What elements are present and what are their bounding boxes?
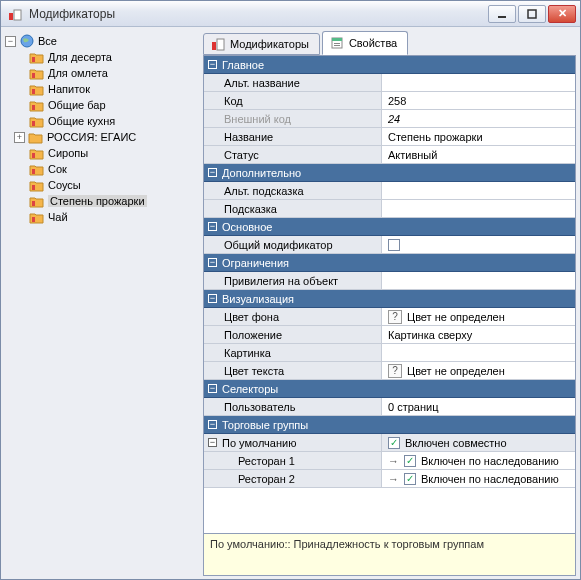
tree-item[interactable]: Для омлета bbox=[27, 65, 199, 81]
tree-label: Все bbox=[38, 35, 57, 47]
close-button[interactable]: ✕ bbox=[548, 5, 576, 23]
section-visual[interactable]: −Визуализация bbox=[204, 290, 575, 308]
tree-label: Степень прожарки bbox=[48, 195, 147, 207]
svg-rect-2 bbox=[498, 16, 506, 18]
tree-item[interactable]: +РОССИЯ: ЕГАИС bbox=[27, 129, 199, 145]
folder-icon bbox=[29, 98, 45, 112]
row-position[interactable]: ПоложениеКартинка сверху bbox=[204, 326, 575, 344]
svg-rect-8 bbox=[32, 105, 35, 110]
tree-root[interactable]: − Все bbox=[3, 33, 199, 49]
tree-item[interactable]: Для десерта bbox=[27, 49, 199, 65]
tree-item[interactable]: Общие кухня bbox=[27, 113, 199, 129]
tab-label: Свойства bbox=[349, 37, 397, 49]
tree-label: Для десерта bbox=[48, 51, 112, 63]
collapse-icon[interactable]: − bbox=[208, 258, 217, 267]
row-common-mod[interactable]: Общий модификатор bbox=[204, 236, 575, 254]
svg-rect-16 bbox=[217, 39, 224, 50]
expand-icon[interactable]: + bbox=[14, 132, 25, 143]
row-alt-hint[interactable]: Альт. подсказка bbox=[204, 182, 575, 200]
tab-label: Модификаторы bbox=[230, 38, 309, 50]
row-ext-code[interactable]: Внешний код24 bbox=[204, 110, 575, 128]
content: − Все Для десертаДля омлетаНапитокОбщие … bbox=[1, 27, 580, 579]
section-restrictions[interactable]: −Ограничения bbox=[204, 254, 575, 272]
section-main[interactable]: −Главное bbox=[204, 56, 575, 74]
svg-rect-19 bbox=[334, 43, 340, 44]
collapse-icon[interactable]: − bbox=[5, 36, 16, 47]
folder-icon bbox=[29, 194, 45, 208]
folder-icon bbox=[29, 178, 45, 192]
collapse-icon[interactable]: − bbox=[208, 168, 217, 177]
tab-modifiers[interactable]: Модификаторы bbox=[203, 33, 320, 55]
tree-label: РОССИЯ: ЕГАИС bbox=[47, 131, 136, 143]
row-bg[interactable]: Цвет фона?Цвет не определен bbox=[204, 308, 575, 326]
collapse-icon[interactable]: − bbox=[208, 60, 217, 69]
tree-item[interactable]: Соусы bbox=[27, 177, 199, 193]
tree-item[interactable]: Сок bbox=[27, 161, 199, 177]
svg-rect-15 bbox=[212, 42, 216, 50]
svg-rect-7 bbox=[32, 89, 35, 94]
row-code[interactable]: Код258 bbox=[204, 92, 575, 110]
inherit-arrow-icon: → bbox=[388, 473, 399, 485]
svg-rect-14 bbox=[32, 217, 35, 222]
tree-item[interactable]: Сиропы bbox=[27, 145, 199, 161]
section-tradegroups[interactable]: −Торговые группы bbox=[204, 416, 575, 434]
row-hint[interactable]: Подсказка bbox=[204, 200, 575, 218]
svg-rect-20 bbox=[334, 45, 340, 46]
tree-label: Чай bbox=[48, 211, 68, 223]
section-selectors[interactable]: −Селекторы bbox=[204, 380, 575, 398]
checkbox[interactable]: ✓ bbox=[404, 473, 416, 485]
row-user[interactable]: Пользователь0 страниц bbox=[204, 398, 575, 416]
row-privilege[interactable]: Привилегия на объект bbox=[204, 272, 575, 290]
tree: − Все Для десертаДля омлетаНапитокОбщие … bbox=[1, 27, 201, 579]
collapse-icon[interactable]: − bbox=[208, 420, 217, 429]
tree-label: Для омлета bbox=[48, 67, 108, 79]
collapse-icon[interactable]: − bbox=[208, 384, 217, 393]
row-picture[interactable]: Картинка bbox=[204, 344, 575, 362]
globe-icon bbox=[19, 34, 35, 48]
window-title: Модификаторы bbox=[29, 7, 488, 21]
folder-icon bbox=[29, 114, 45, 128]
svg-rect-5 bbox=[32, 57, 35, 62]
folder-icon bbox=[29, 210, 45, 224]
app-icon bbox=[7, 6, 23, 22]
folder-icon bbox=[29, 82, 45, 96]
svg-rect-0 bbox=[9, 13, 13, 20]
section-additional[interactable]: −Дополнительно bbox=[204, 164, 575, 182]
row-textcolor[interactable]: Цвет текста?Цвет не определен bbox=[204, 362, 575, 380]
collapse-icon[interactable]: − bbox=[208, 222, 217, 231]
checkbox[interactable]: ✓ bbox=[388, 437, 400, 449]
tree-item[interactable]: Чай bbox=[27, 209, 199, 225]
collapse-icon[interactable]: − bbox=[208, 438, 217, 447]
collapse-icon[interactable]: − bbox=[208, 294, 217, 303]
section-base[interactable]: −Основное bbox=[204, 218, 575, 236]
window-controls: ✕ bbox=[488, 5, 576, 23]
checkbox[interactable] bbox=[388, 239, 400, 251]
tree-item[interactable]: Напиток bbox=[27, 81, 199, 97]
question-icon: ? bbox=[388, 364, 402, 378]
row-alt-name[interactable]: Альт. название bbox=[204, 74, 575, 92]
folder-icon bbox=[29, 162, 45, 176]
svg-rect-9 bbox=[32, 121, 35, 126]
minimize-button[interactable] bbox=[488, 5, 516, 23]
tree-item[interactable]: Степень прожарки bbox=[27, 193, 199, 209]
question-icon: ? bbox=[388, 310, 402, 324]
row-restaurant-1[interactable]: Ресторан 1→✓Включен по наследованию bbox=[204, 452, 575, 470]
subrow-default[interactable]: −По умолчанию ✓Включен совместно bbox=[204, 434, 575, 452]
folder-icon bbox=[29, 50, 45, 64]
svg-rect-10 bbox=[32, 153, 35, 158]
maximize-button[interactable] bbox=[518, 5, 546, 23]
row-restaurant-2[interactable]: Ресторан 2→✓Включен по наследованию bbox=[204, 470, 575, 488]
tab-properties[interactable]: Свойства bbox=[322, 31, 408, 55]
checkbox[interactable]: ✓ bbox=[404, 455, 416, 467]
tree-label: Общие кухня bbox=[48, 115, 115, 127]
tree-label: Напиток bbox=[48, 83, 90, 95]
tree-item[interactable]: Общие бар bbox=[27, 97, 199, 113]
svg-rect-13 bbox=[32, 201, 35, 206]
row-status[interactable]: СтатусАктивный bbox=[204, 146, 575, 164]
right-panel: Модификаторы Свойства −Главное Альт. наз… bbox=[201, 27, 580, 579]
svg-rect-11 bbox=[32, 169, 35, 174]
modifiers-icon bbox=[210, 36, 226, 52]
svg-rect-12 bbox=[32, 185, 35, 190]
svg-rect-18 bbox=[332, 38, 342, 41]
row-name[interactable]: НазваниеСтепень прожарки bbox=[204, 128, 575, 146]
